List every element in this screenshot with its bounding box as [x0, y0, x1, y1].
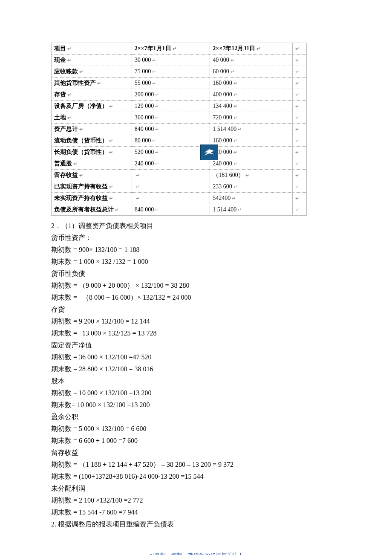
row-end-mark: ↵	[292, 170, 306, 181]
row-end-mark: ↵	[292, 55, 306, 66]
row-value-end: 520 000↵	[210, 147, 293, 158]
table-row: 资产总计↵840 000↵1 514 400↵↵	[52, 124, 307, 135]
row-end-mark: ↵	[292, 147, 306, 158]
table-row: 已实现资产持有收益↵↵233 600↵↵	[52, 181, 307, 193]
row-end-mark: ↵	[292, 66, 306, 78]
document-body-text: 2．（1）调整资产负债表相关项目 货币性资产： 期初数 = 900× 132/1…	[51, 220, 341, 530]
table-row: 留存收益↵↵（181 600）↵↵	[52, 170, 307, 181]
row-label: 应收账款↵	[52, 66, 132, 78]
row-value-start: 75 000↵	[132, 66, 210, 78]
table-row: 未实现资产持有收益↵↵542400↵↵	[52, 193, 307, 204]
row-label: 资产总计↵	[52, 124, 132, 135]
row-label: 未实现资产持有收益↵	[52, 193, 132, 204]
table-row: 其他货币性资产↵55 000↵160 000↵↵	[52, 78, 307, 89]
row-value-start: ↵	[132, 193, 210, 204]
row-value-start: 520 000↵	[132, 147, 210, 158]
row-label: 已实现资产持有收益↵	[52, 181, 132, 193]
balance-sheet-table: 项目↵2××7年1月1日↵2××7年12月31日↵↵现金↵30 000↵40 0…	[51, 43, 307, 216]
row-value-start: ↵	[132, 181, 210, 193]
row-end-mark: ↵	[292, 135, 306, 147]
row-label: 负债及所有者权益总计↵	[52, 204, 132, 216]
table-row: 现金↵30 000↵40 000↵↵	[52, 55, 307, 66]
row-value-end: 542400↵	[210, 193, 293, 204]
row-value-end: 1 514 400↵	[210, 204, 293, 216]
row-label: 流动负债（货币性）↵	[52, 135, 132, 147]
row-value-start: 200 000↵	[132, 89, 210, 101]
row-value-end: 160 000↵	[210, 135, 293, 147]
row-value-end: 400 000↵	[210, 89, 293, 101]
row-value-start: 80 000↵	[132, 135, 210, 147]
row-value-end: 1 514 400↵	[210, 124, 293, 135]
row-value-end: 60 000↵	[210, 66, 293, 78]
row-end-mark: ↵	[292, 89, 306, 101]
row-value-start: 360 000↵	[132, 112, 210, 124]
row-end-mark: ↵	[292, 78, 306, 89]
row-end-mark: ↵	[292, 204, 306, 216]
row-value-end: 160 000↵	[210, 78, 293, 89]
row-value-start: 55 000↵	[132, 78, 210, 89]
row-value-end: 720 000↵	[210, 112, 293, 124]
row-value-end: 233 600↵	[210, 181, 293, 193]
row-value-end: 40 000↵	[210, 55, 293, 66]
bird-watermark-icon	[200, 145, 218, 160]
row-label: 设备及厂房（净值）↵	[52, 101, 132, 112]
header-cell-item: 项目↵	[52, 43, 132, 55]
table-row: 长期负债（货币性）↵520 000↵520 000↵↵	[52, 147, 307, 158]
row-value-end: （181 600）↵	[210, 170, 293, 181]
row-end-mark: ↵	[292, 112, 306, 124]
row-label: 土地↵	[52, 112, 132, 124]
table-row: 应收账款↵75 000↵60 000↵↵	[52, 66, 307, 78]
row-end-mark: ↵	[292, 158, 306, 170]
row-value-start: 840 000↵	[132, 124, 210, 135]
row-end-mark: ↵	[292, 124, 306, 135]
table-row: 普通股↵240 000↵240 000↵↵	[52, 158, 307, 170]
document-page: 项目↵2××7年1月1日↵2××7年12月31日↵↵现金↵30 000↵40 0…	[0, 0, 392, 555]
row-value-start: 840 000↵	[132, 204, 210, 216]
row-value-start: 240 000↵	[132, 158, 210, 170]
page-footer: 可复制、编制，期待你的好评与关注！	[51, 552, 341, 555]
row-end-mark: ↵	[292, 181, 306, 193]
row-label: 现金↵	[52, 55, 132, 66]
row-value-start: ↵	[132, 170, 210, 181]
row-value-end: 134 400↵	[210, 101, 293, 112]
row-value-start: 30 000↵	[132, 55, 210, 66]
table-row: 土地↵360 000↵720 000↵↵	[52, 112, 307, 124]
row-end-mark: ↵	[292, 101, 306, 112]
row-label: 存货↵	[52, 89, 132, 101]
table-row: 存货↵200 000↵400 000↵↵	[52, 89, 307, 101]
header-cell-end: 2××7年12月31日↵	[210, 43, 293, 55]
header-cell-start: 2××7年1月1日↵	[132, 43, 210, 55]
header-cell-mark: ↵	[292, 43, 306, 55]
table-header-row: 项目↵2××7年1月1日↵2××7年12月31日↵↵	[52, 43, 307, 55]
row-end-mark: ↵	[292, 193, 306, 204]
table-row: 设备及厂房（净值）↵120 000↵134 400↵↵	[52, 101, 307, 112]
row-label: 长期负债（货币性）↵	[52, 147, 132, 158]
row-value-start: 120 000↵	[132, 101, 210, 112]
table-row: 流动负债（货币性）↵80 000↵160 000↵↵	[52, 135, 307, 147]
row-label: 普通股↵	[52, 158, 132, 170]
table-row: 负债及所有者权益总计↵840 000↵1 514 400↵↵	[52, 204, 307, 216]
row-label: 其他货币性资产↵	[52, 78, 132, 89]
row-label: 留存收益↵	[52, 170, 132, 181]
row-value-end: 240 000↵	[210, 158, 293, 170]
